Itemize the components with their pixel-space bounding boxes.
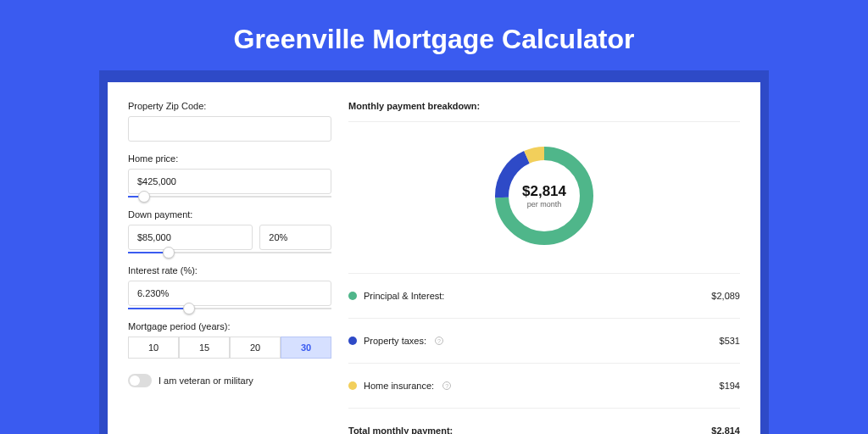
donut-container: $2,814 per month xyxy=(348,132,740,263)
breakdown-value: $2,089 xyxy=(711,291,740,301)
donut-center: $2,814 per month xyxy=(489,141,599,251)
home-price-slider[interactable] xyxy=(128,196,331,198)
slider-thumb[interactable] xyxy=(163,247,175,259)
down-payment-slider[interactable] xyxy=(128,252,331,253)
total-label: Total monthly payment: xyxy=(348,426,453,434)
breakdown-label: Principal & Interest: xyxy=(364,291,444,301)
period-button-10[interactable]: 10 xyxy=(128,337,179,359)
interest-input[interactable] xyxy=(128,281,331,306)
breakdown-title: Monthly payment breakdown: xyxy=(348,101,740,111)
legend-dot xyxy=(348,292,357,300)
divider xyxy=(348,273,740,274)
zip-input[interactable] xyxy=(128,116,331,142)
down-payment-label: Down payment: xyxy=(128,209,331,220)
slider-thumb[interactable] xyxy=(138,191,150,203)
calculator-card: Property Zip Code: Home price: Down paym… xyxy=(108,82,760,434)
outer-panel: Property Zip Code: Home price: Down paym… xyxy=(99,70,769,434)
interest-slider[interactable] xyxy=(128,308,331,309)
divider xyxy=(348,363,740,364)
breakdown-label: Home insurance: xyxy=(364,381,434,391)
breakdown-row: Principal & Interest:$2,089 xyxy=(348,284,740,308)
divider xyxy=(348,318,740,319)
breakdown-value: $194 xyxy=(720,381,740,391)
veteran-row: I am veteran or military xyxy=(128,374,331,387)
zip-group: Property Zip Code: xyxy=(128,101,331,142)
total-value: $2,814 xyxy=(711,426,740,434)
period-group: Mortgage period (years): 10152030 xyxy=(128,321,331,359)
veteran-label: I am veteran or military xyxy=(159,376,253,386)
info-icon[interactable]: ? xyxy=(435,337,443,345)
period-button-30[interactable]: 30 xyxy=(281,337,331,359)
down-payment-pct-input[interactable] xyxy=(259,225,331,250)
down-payment-group: Down payment: xyxy=(128,209,331,253)
breakdown-label: Property taxes: xyxy=(364,336,426,346)
interest-group: Interest rate (%): xyxy=(128,265,331,309)
info-icon[interactable]: ? xyxy=(442,381,451,390)
legend-dot xyxy=(348,381,357,390)
divider xyxy=(348,408,740,409)
page-title: Greenville Mortgage Calculator xyxy=(0,0,868,70)
slider-fill xyxy=(128,308,189,309)
toggle-knob xyxy=(130,376,140,386)
breakdown-row: Home insurance:?$194 xyxy=(348,374,740,398)
zip-label: Property Zip Code: xyxy=(128,101,331,111)
donut-value: $2,814 xyxy=(522,183,566,200)
breakdown-row: Property taxes:?$531 xyxy=(348,329,740,353)
period-button-20[interactable]: 20 xyxy=(230,337,281,359)
legend-dot xyxy=(348,337,357,345)
home-price-group: Home price: xyxy=(128,153,331,198)
down-payment-input[interactable] xyxy=(128,225,253,250)
slider-thumb[interactable] xyxy=(183,303,195,314)
divider xyxy=(348,121,740,122)
donut-sublabel: per month xyxy=(527,200,562,209)
breakdown-value: $531 xyxy=(720,336,740,346)
home-price-label: Home price: xyxy=(128,153,331,164)
total-row: Total monthly payment: $2,814 xyxy=(348,419,740,434)
period-button-15[interactable]: 15 xyxy=(179,337,230,359)
donut-chart: $2,814 per month xyxy=(489,141,599,251)
inputs-column: Property Zip Code: Home price: Down paym… xyxy=(128,101,331,434)
interest-label: Interest rate (%): xyxy=(128,265,331,275)
breakdown-rows: Principal & Interest:$2,089Property taxe… xyxy=(348,284,740,398)
home-price-input[interactable] xyxy=(128,169,331,194)
breakdown-column: Monthly payment breakdown: $2,814 per mo… xyxy=(348,101,740,434)
veteran-toggle[interactable] xyxy=(128,374,152,387)
period-buttons: 10152030 xyxy=(128,337,331,359)
period-label: Mortgage period (years): xyxy=(128,321,331,331)
